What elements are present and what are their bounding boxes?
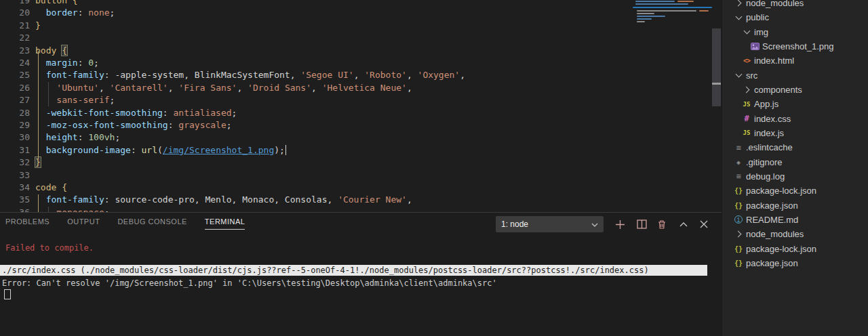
code-line-27[interactable]: 27 sans-serif; [0,94,722,106]
tree-item-label: index.css [754,114,791,124]
code-line-30[interactable]: 30 height: 100vh; [0,131,722,144]
line-number: 30 [0,131,30,144]
indent-guide-font [48,82,49,106]
panel-tab-problems[interactable]: PROBLEMS [5,217,50,230]
tree-folder-node_modules[interactable]: node_modules [722,227,868,241]
tree-item-label: App.js [754,99,778,109]
code-text: monospace; [35,207,110,212]
minimap-line [677,1,694,2]
tree-folder-components[interactable]: components [722,83,868,97]
tree-item-label: package.json [746,258,798,268]
new-terminal-icon[interactable] [614,218,626,230]
tree-file-debug.log[interactable]: ≡debug.log [722,169,868,184]
tree-item-label: package-lock.json [746,244,816,254]
code-text: font-family: source-code-pro, Menlo, Mon… [35,194,412,206]
tree-file-index.css[interactable]: #index.css [722,112,868,126]
code-line-20[interactable]: 20 border: none; [0,7,722,19]
tree-file-index.js[interactable]: JSindex.js [722,126,868,140]
line-number: 31 [0,144,30,156]
line-number: 23 [0,45,30,57]
panel-tab-output[interactable]: OUTPUT [67,217,100,230]
tree-folder-public[interactable]: public [722,10,868,24]
code-line-34[interactable]: 34code { [0,182,722,194]
tree-file-index.html[interactable]: <>index.html [722,54,868,68]
line-number: 24 [0,57,30,69]
code-line-26[interactable]: 26 'Ubuntu', 'Cantarell', 'Fira Sans', '… [0,82,722,94]
tree-item-label: index.js [754,128,784,138]
chevron-down-icon [591,218,598,230]
maximize-panel-icon[interactable] [677,218,690,230]
terminal-cursor[interactable] [4,289,11,299]
line-number: 35 [0,194,30,206]
tree-file-.gitignore[interactable]: ◈.gitignore [722,155,868,169]
line-number: 28 [0,107,30,119]
tree-folder-img[interactable]: img [722,25,868,39]
tree-item-label: components [754,85,802,95]
tree-folder-node_modules[interactable]: node_modules [722,0,868,10]
tree-file-.eslintcache[interactable]: ≡.eslintcache [722,140,868,154]
code-line-28[interactable]: 28 -webkit-font-smoothing: antialiased; [0,107,722,119]
code-line-35[interactable]: 35 font-family: source-code-pro, Menlo, … [0,194,722,206]
tree-file-package-lock.json[interactable]: {}package-lock.json [722,184,868,198]
scrollbar-cursor-mark [712,83,721,85]
tree-item-label: src [746,70,757,81]
json-file-icon: {} [733,257,744,268]
terminal-panel: PROBLEMSOUTPUTDEBUG CONSOLETERMINAL 1: n… [0,212,722,336]
chevron-right-icon [733,229,744,240]
line-number: 20 [0,7,30,19]
compile-status-message: Failed to compile. [5,243,94,253]
split-terminal-icon[interactable] [635,218,648,230]
close-panel-icon[interactable] [698,218,710,230]
code-line-33[interactable]: 33 [0,169,722,182]
code-text: margin: 0; [35,57,99,69]
chevron-right-icon [741,84,752,95]
js-file-icon: JS [741,127,752,138]
code-text: -moz-osx-font-smoothing: grayscale; [35,119,232,131]
list-file-icon: ≡ [733,142,744,153]
chevron-down-icon [733,12,744,23]
code-line-24[interactable]: 24 margin: 0; [0,57,722,69]
minimap-line [637,13,654,14]
code-line-19[interactable]: 19button { [0,0,722,7]
info-file-icon: i [733,214,744,225]
minimap[interactable] [633,0,712,61]
code-line-21[interactable]: 21} [0,20,722,32]
tree-folder-src[interactable]: src [722,68,868,83]
bracket-guide-body [38,51,39,159]
tree-file-package.json[interactable]: {}package.json [722,256,868,270]
code-line-22[interactable]: 22 [0,32,722,44]
tree-file-screenshot_1.png[interactable]: Screenshot_1.png [722,39,868,54]
line-number: 29 [0,119,30,131]
indent-guide-mono [48,207,49,212]
json-file-icon: {} [733,200,744,211]
code-line-23[interactable]: 23body { [0,45,722,57]
bracket-guide-code [38,194,39,212]
tree-item-label: README.md [746,215,798,225]
tree-file-app.js[interactable]: JSApp.js [722,97,868,111]
tree-item-label: node_modules [746,0,804,8]
editor-scrollbar[interactable] [712,28,721,106]
minimap-line [699,10,709,12]
code-editor[interactable]: 19button {20 border: none;21}2223body {2… [0,0,722,212]
tree-file-readme.md[interactable]: iREADME.md [722,213,868,227]
terminal-selector[interactable]: 1: node [496,216,604,232]
tree-file-package.json[interactable]: {}package.json [722,198,868,213]
code-line-29[interactable]: 29 -moz-osx-font-smoothing: grayscale; [0,119,722,131]
code-line-25[interactable]: 25 font-family: -apple-system, BlinkMacS… [0,69,722,81]
tree-item-label: img [754,27,768,37]
panel-tab-debug-console[interactable]: DEBUG CONSOLE [117,217,186,230]
vscode-window: 19button {20 border: none;21}2223body {2… [0,0,868,336]
line-number: 32 [0,156,30,169]
code-line-32[interactable]: 32} [0,156,722,169]
minimap-line [637,16,665,17]
git-file-icon: ◈ [733,156,744,167]
code-text: 'Ubuntu', 'Cantarell', 'Fira Sans', 'Dro… [35,82,412,94]
code-line-31[interactable]: 31 background-image: url(/img/Screenshot… [0,144,722,156]
line-number: 27 [0,94,30,106]
tree-file-package-lock.json[interactable]: {}package-lock.json [722,242,868,256]
panel-tab-terminal[interactable]: TERMINAL [205,217,245,230]
kill-terminal-icon[interactable] [656,218,668,230]
line-number: 36 [0,207,30,212]
code-line-36[interactable]: 36 monospace; [0,207,722,212]
minimap-line [637,18,652,20]
